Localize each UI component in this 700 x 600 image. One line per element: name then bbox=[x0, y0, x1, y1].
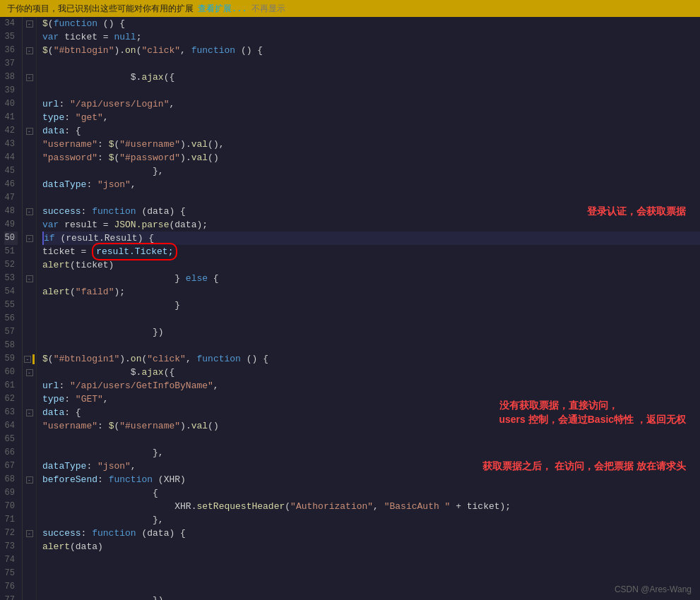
line-number-36: 36 bbox=[4, 44, 18, 57]
top-banner: 于你的项目，我已识别出这些可能对你有用的扩展 查看扩展... 不再显示 bbox=[0, 0, 700, 17]
code-line-69: { bbox=[42, 486, 700, 500]
line-number-51: 51 bbox=[4, 245, 18, 258]
watermark: CSDN @Ares-Wang bbox=[615, 584, 692, 594]
code-line-66: }, bbox=[42, 446, 700, 460]
bp-cell-52 bbox=[23, 258, 36, 272]
code-line-77: }) bbox=[42, 594, 700, 600]
code-line-49: var result = JSON.parse(data); bbox=[42, 218, 700, 232]
code-line-46: dataType: "json", bbox=[42, 178, 700, 191]
banner-dismiss[interactable]: 不再显示 bbox=[251, 3, 285, 15]
bp-cell-45 bbox=[23, 164, 36, 178]
bp-cell-56 bbox=[23, 312, 36, 325]
line-number-55: 55 bbox=[4, 299, 18, 312]
code-content: $(function () { var ticket = null; $("#b… bbox=[37, 17, 700, 600]
bp-cell-72: - bbox=[23, 527, 36, 540]
breakpoints-gutter: ------------ bbox=[23, 17, 37, 600]
bp-cell-46 bbox=[23, 178, 36, 191]
bp-cell-49 bbox=[23, 218, 36, 232]
code-line-60: $.ajax({ bbox=[42, 366, 700, 379]
line-number-49: 49 bbox=[4, 218, 18, 232]
line-number-70: 70 bbox=[4, 500, 18, 513]
line-number-40: 40 bbox=[4, 97, 18, 111]
editor-area: 3435363738394041424344454647484950515253… bbox=[0, 17, 700, 600]
code-line-71: }, bbox=[42, 513, 700, 527]
bp-cell-64 bbox=[23, 419, 36, 433]
annotation-login: 登录认证，会获取票据 bbox=[587, 205, 686, 218]
annotation-ticket-header: 获取票据之后， 在访问，会把票据 放在请求头 bbox=[482, 460, 686, 473]
line-number-63: 63 bbox=[4, 406, 18, 419]
bp-cell-74 bbox=[23, 553, 36, 567]
line-number-52: 52 bbox=[4, 258, 18, 272]
view-extensions-link[interactable]: 查看扩展... bbox=[198, 3, 247, 15]
code-line-41: type: "get", bbox=[42, 111, 700, 124]
code-line-63: data: {没有获取票据，直接访问，users 控制，会通过Basic特性 ，… bbox=[42, 406, 700, 419]
code-line-42: data: { bbox=[42, 124, 700, 138]
bp-cell-41 bbox=[23, 111, 36, 124]
bp-cell-50: - bbox=[23, 232, 36, 245]
code-line-74 bbox=[42, 553, 700, 567]
bp-cell-35 bbox=[23, 30, 36, 44]
bp-cell-60: - bbox=[23, 366, 36, 379]
code-line-55: } bbox=[42, 299, 700, 312]
bp-cell-44 bbox=[23, 151, 36, 164]
code-line-58 bbox=[42, 339, 700, 352]
code-line-54: alert("faild"); bbox=[42, 285, 700, 299]
bp-cell-69 bbox=[23, 486, 36, 500]
line-number-61: 61 bbox=[4, 379, 18, 392]
line-number-69: 69 bbox=[4, 486, 18, 500]
code-line-36: $("#btnlogin").on("click", function () { bbox=[42, 44, 700, 57]
code-line-67: dataType: "json",获取票据之后， 在访问，会把票据 放在请求头 bbox=[42, 460, 700, 473]
line-number-43: 43 bbox=[4, 138, 18, 151]
code-line-57: }) bbox=[42, 325, 700, 339]
bp-cell-59: - bbox=[23, 352, 36, 366]
code-line-34: $(function () { bbox=[42, 17, 700, 30]
line-number-67: 67 bbox=[4, 460, 18, 473]
bp-cell-77 bbox=[23, 594, 36, 600]
bp-cell-62 bbox=[23, 392, 36, 406]
bp-cell-71 bbox=[23, 513, 36, 527]
line-number-54: 54 bbox=[4, 285, 18, 299]
line-number-75: 75 bbox=[4, 567, 18, 580]
line-number-65: 65 bbox=[4, 433, 18, 446]
bp-cell-58 bbox=[23, 339, 36, 352]
code-line-47 bbox=[42, 191, 700, 205]
line-number-72: 72 bbox=[4, 527, 18, 540]
line-number-47: 47 bbox=[4, 191, 18, 205]
bp-cell-55 bbox=[23, 299, 36, 312]
bp-cell-65 bbox=[23, 433, 36, 446]
code-line-76 bbox=[42, 580, 700, 594]
line-number-71: 71 bbox=[4, 513, 18, 527]
code-line-73: alert(data) bbox=[42, 540, 700, 553]
code-line-64: "username": $("#username").val() bbox=[42, 419, 700, 433]
code-line-59: $("#btnlogin1").on("click", function () … bbox=[42, 352, 700, 366]
code-line-56 bbox=[42, 312, 700, 325]
bp-cell-37 bbox=[23, 57, 36, 71]
code-line-68: beforeSend: function (XHR) bbox=[42, 473, 700, 486]
bp-cell-76 bbox=[23, 580, 36, 594]
line-number-76: 76 bbox=[4, 580, 18, 594]
line-number-59: 59 bbox=[4, 352, 18, 366]
bp-cell-67 bbox=[23, 460, 36, 473]
bp-cell-34: - bbox=[23, 17, 36, 30]
code-line-61: url: "/api/users/GetInfoByName", bbox=[42, 379, 700, 392]
line-number-37: 37 bbox=[4, 57, 18, 71]
code-line-45: }, bbox=[42, 164, 700, 178]
bp-cell-66 bbox=[23, 446, 36, 460]
code-line-52: alert(ticket) bbox=[42, 258, 700, 272]
bp-cell-61 bbox=[23, 379, 36, 392]
line-number-34: 34 bbox=[4, 17, 18, 30]
code-line-40: url: "/api/users/Login", bbox=[42, 97, 700, 111]
bp-cell-51 bbox=[23, 245, 36, 258]
line-number-42: 42 bbox=[4, 124, 18, 138]
code-line-48: success: function (data) {登录认证，会获取票据 bbox=[42, 205, 700, 218]
code-line-53: } else { bbox=[42, 272, 700, 285]
bp-cell-54 bbox=[23, 285, 36, 299]
bp-cell-42: - bbox=[23, 124, 36, 138]
bp-cell-43 bbox=[23, 138, 36, 151]
line-number-60: 60 bbox=[4, 366, 18, 379]
banner-text: 于你的项目，我已识别出这些可能对你有用的扩展 bbox=[7, 3, 194, 15]
code-line-44: "password": $("#password").val() bbox=[42, 151, 700, 164]
line-number-45: 45 bbox=[4, 164, 18, 178]
code-line-72: success: function (data) { bbox=[42, 527, 700, 540]
line-number-38: 38 bbox=[4, 71, 18, 84]
